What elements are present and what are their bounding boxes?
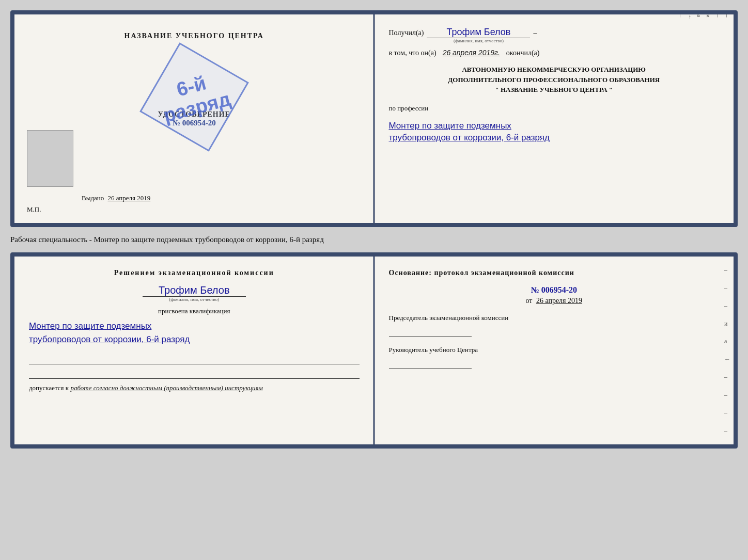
org-line2: ДОПОЛНИТЕЛЬНОГО ПРОФЕССИОНАЛЬНОГО ОБРАЗО…: [389, 75, 720, 85]
qual-line1: Монтер по защите подземных: [29, 321, 151, 331]
b-side-2: –: [724, 284, 730, 292]
side-dash-2: –: [715, 14, 721, 223]
side-arrow: ←: [687, 14, 693, 223]
profession-line2: трубопроводов от коррозии, 6-й разряд: [389, 133, 550, 142]
proto-prefix: №: [531, 285, 539, 294]
vtom-line: в том, что он(а) 26 апреля 2019г. окончи…: [389, 49, 720, 57]
b-side-4: –: [724, 373, 730, 381]
b-side-arrow: ←: [724, 356, 730, 363]
vydano-date: 26 апреля 2019: [108, 194, 151, 202]
po-professii-label: по профессии: [389, 104, 720, 113]
bottom-name-block: Трофим Белов (фамилия, имя, отчество): [29, 284, 360, 302]
predsedatel-signature-line: [389, 325, 472, 337]
poluchil-line: Получил(а) Трофим Белов (фамилия, имя, о…: [389, 27, 720, 43]
stamp-diamond: 6-й разряд: [124, 27, 263, 166]
stamp-diamond-inner: [139, 42, 249, 152]
prisvoyena-label: присвоена квалификация: [29, 307, 360, 315]
blank-line-2: [29, 369, 360, 379]
blank-lines: [29, 354, 360, 379]
b-side-6: –: [724, 409, 730, 417]
side-lines-bottom: – – – и а ← – – – –: [724, 257, 730, 444]
bottom-cert-left: Решением экзаменационной комиссии Трофим…: [14, 257, 375, 444]
qualification-text: Монтер по защите подземных трубопроводов…: [29, 319, 360, 346]
protocol-number: № 006954-20: [389, 285, 720, 295]
b-side-a: а: [724, 338, 730, 345]
okonchil-label: окончил(а): [506, 49, 540, 57]
rukovoditel-label: Руководитель учебного Центра: [389, 345, 720, 355]
dopusk-italic: работе согласно должностным (производств…: [70, 384, 262, 392]
b-side-1: –: [724, 266, 730, 274]
b-side-i: и: [724, 320, 730, 328]
bottom-cert-right: Основание: протокол экзаменационной коми…: [375, 257, 734, 444]
page-wrapper: НАЗВАНИЕ УЧЕБНОГО ЦЕНТРА 6-й разряд УДОС…: [10, 10, 738, 449]
profession-line1: Монтер по защите подземных: [389, 121, 511, 131]
poluchil-label: Получил(а): [389, 29, 424, 37]
predsedatel-label: Председатель экзаменационной комиссии: [389, 313, 720, 323]
top-certificate: НАЗВАНИЕ УЧЕБНОГО ЦЕНТРА 6-й разряд УДОС…: [10, 10, 738, 227]
dash-after-name: –: [533, 29, 537, 37]
side-lines-top: – – и а ← –: [678, 14, 730, 223]
vydano-line: Выдано 26 апреля 2019: [82, 194, 150, 202]
middle-text: Рабочая специальность - Монтер по защите…: [10, 233, 738, 246]
poluchil-name: Трофим Белов: [427, 27, 530, 38]
predsedatel-block: Председатель экзаменационной комиссии: [389, 313, 720, 337]
stamp-overlay: 6-й разряд: [124, 27, 263, 166]
bottom-name-handwritten: Трофим Белов: [143, 284, 246, 297]
org-line3: " НАЗВАНИЕ УЧЕБНОГО ЦЕНТРА ": [389, 85, 720, 95]
name-subtext-top: (фамилия, имя, отчество): [454, 38, 504, 43]
org-line1: АВТОНОМНУЮ НЕКОММЕРЧЕСКУЮ ОРГАНИЗАЦИЮ: [389, 65, 720, 75]
stamp-line1: 6-й: [174, 72, 208, 100]
rukovoditel-signature-line: [389, 357, 472, 369]
proto-number: 006954-20: [541, 285, 577, 294]
number-value: 006954-20: [182, 119, 216, 127]
side-dash-3: –: [678, 14, 684, 223]
top-left-title: НАЗВАНИЕ УЧЕБНОГО ЦЕНТРА: [124, 32, 264, 40]
osnovanie-title: Основание: протокол экзаменационной коми…: [389, 269, 720, 277]
org-block: АВТОНОМНУЮ НЕКОММЕРЧЕСКУЮ ОРГАНИЗАЦИЮ ДО…: [389, 65, 720, 95]
mp-line: М.П.: [27, 205, 41, 214]
udostoverenie-number: № 006954-20: [158, 119, 230, 127]
udostoverenie-block: УДОСТОВЕРЕНИЕ № 006954-20: [158, 110, 230, 127]
profession-text: Монтер по защите подземных трубопроводов…: [389, 120, 720, 145]
ot-date-line: от 26 апреля 2019: [389, 297, 720, 305]
side-i: и: [706, 14, 712, 223]
b-side-3: –: [724, 302, 730, 310]
photo-placeholder: [27, 130, 73, 187]
vtom-date: 26 апреля 2019г.: [443, 49, 500, 57]
side-a: а: [696, 14, 703, 223]
resheniem-title: Решением экзаменационной комиссии: [29, 269, 360, 277]
ot-prefix: от: [525, 297, 532, 305]
dopusk-prefix: допускается к: [29, 384, 69, 392]
top-cert-left: НАЗВАНИЕ УЧЕБНОГО ЦЕНТРА 6-й разряд УДОС…: [14, 14, 375, 223]
udostoverenie-label: УДОСТОВЕРЕНИЕ: [158, 110, 230, 119]
number-prefix: №: [173, 119, 180, 127]
b-side-5: –: [724, 391, 730, 399]
qual-line2: трубопроводов от коррозии, 6-й разряд: [29, 334, 190, 344]
bottom-name-subtext: (фамилия, имя, отчество): [29, 297, 360, 302]
b-side-7: –: [724, 427, 730, 435]
rukovoditel-block: Руководитель учебного Центра: [389, 345, 720, 369]
ot-date-value: 26 апреля 2019: [536, 297, 582, 305]
top-cert-right: Получил(а) Трофим Белов (фамилия, имя, о…: [375, 14, 734, 223]
blank-line-1: [29, 354, 360, 364]
dopuskaetsya-block: допускается к работе согласно должностны…: [29, 384, 360, 392]
bottom-certificate: Решением экзаменационной комиссии Трофим…: [10, 252, 738, 449]
vydano-label: Выдано: [82, 194, 104, 202]
vtom-label: в том, что он(а): [389, 49, 437, 57]
side-dash-1: –: [724, 14, 730, 223]
